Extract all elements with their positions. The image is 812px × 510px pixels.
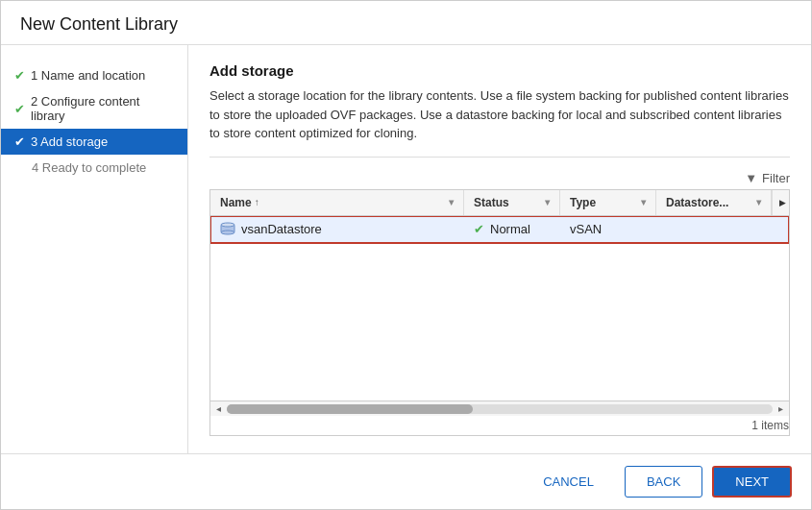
next-button[interactable]: NEXT [712, 466, 792, 498]
datastore-icon [220, 222, 235, 235]
wizard-sidebar: ✔ 1 Name and location ✔ 2 Configure cont… [1, 45, 188, 453]
hscroll-thumb [227, 404, 473, 414]
col-head-type[interactable]: Type ▾ [560, 190, 656, 215]
new-content-library-dialog: New Content Library ✔ 1 Name and locatio… [0, 0, 812, 510]
cell-scrollpad [772, 216, 789, 242]
check-icon-step2: ✔ [14, 102, 25, 116]
sidebar-item-label-step4: 4 Ready to complete [32, 160, 146, 175]
hscroll-left-btn[interactable]: ◂ [214, 403, 223, 414]
dialog-body: ✔ 1 Name and location ✔ 2 Configure cont… [1, 45, 811, 453]
dialog-footer: CANCEL BACK NEXT [1, 453, 811, 509]
col-type-chevron-icon[interactable]: ▾ [641, 197, 646, 207]
filter-row: ▼ Filter [209, 171, 790, 185]
dialog-header: New Content Library [1, 1, 811, 45]
back-button[interactable]: BACK [625, 466, 702, 498]
col-type-label: Type [570, 196, 596, 209]
dialog-title: New Content Library [20, 14, 792, 35]
cell-datastore [656, 216, 772, 242]
scroll-right-btn[interactable]: ▸ [772, 190, 790, 215]
sidebar-item-step4[interactable]: 4 Ready to complete [1, 155, 187, 181]
table-row[interactable]: vsanDatastore ✔ Normal vSAN [210, 216, 789, 243]
sidebar-item-label-step3: 3 Add storage [31, 134, 108, 149]
cancel-button[interactable]: CANCEL [522, 466, 615, 498]
filter-icon: ▼ [745, 171, 757, 185]
cell-type-value: vSAN [570, 222, 602, 236]
svg-point-2 [221, 231, 234, 234]
items-count: 1 items [210, 416, 789, 435]
col-name-chevron-icon[interactable]: ▾ [449, 197, 454, 207]
col-name-label: Name [220, 196, 252, 209]
col-head-datastore[interactable]: Datastore... ▾ [656, 190, 772, 215]
cell-name-value: vsanDatastore [241, 222, 322, 236]
table-body: vsanDatastore ✔ Normal vSAN [210, 216, 789, 401]
section-title: Add storage [209, 62, 790, 79]
table-header: Name ↑ ▾ Status ▾ Type ▾ Datastore... [210, 190, 789, 216]
cell-name: vsanDatastore [210, 216, 464, 242]
status-check-icon: ✔ [474, 222, 484, 236]
col-status-label: Status [474, 196, 509, 209]
col-status-chevron-icon[interactable]: ▾ [545, 197, 550, 207]
col-head-status[interactable]: Status ▾ [464, 190, 560, 215]
sidebar-item-label-step1: 1 Name and location [31, 68, 145, 83]
col-datastore-label: Datastore... [666, 196, 728, 209]
sort-arrow-icon: ↑ [255, 197, 259, 207]
hscroll-right-btn[interactable]: ▸ [776, 403, 785, 414]
filter-label[interactable]: Filter [762, 171, 790, 185]
sidebar-item-label-step2: 2 Configure content library [31, 94, 174, 123]
cell-status-value: Normal [490, 222, 530, 236]
cell-type: vSAN [560, 216, 656, 242]
horizontal-scrollbar: ◂ ▸ [210, 401, 789, 416]
col-head-name[interactable]: Name ↑ ▾ [210, 190, 464, 215]
check-icon-step1: ✔ [14, 68, 25, 83]
cell-status: ✔ Normal [464, 216, 560, 242]
sidebar-item-step2[interactable]: ✔ 2 Configure content library [1, 88, 187, 129]
storage-table: Name ↑ ▾ Status ▾ Type ▾ Datastore... [209, 189, 790, 437]
sidebar-item-step3[interactable]: ✔ 3 Add storage [1, 129, 187, 155]
section-description: Select a storage location for the librar… [209, 86, 790, 158]
main-content: Add storage Select a storage location fo… [188, 45, 811, 453]
sidebar-item-step1[interactable]: ✔ 1 Name and location [1, 62, 187, 88]
hscroll-track[interactable] [227, 404, 773, 414]
col-datastore-chevron-icon[interactable]: ▾ [756, 197, 761, 207]
svg-point-1 [221, 223, 234, 227]
check-icon-step3: ✔ [14, 134, 25, 149]
